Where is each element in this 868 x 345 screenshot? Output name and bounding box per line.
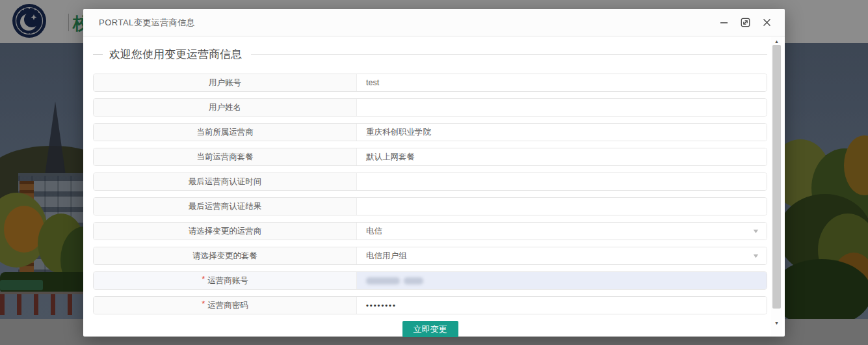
field-value: test (366, 78, 379, 87)
section-title: 欢迎您使用变更运营商信息 (109, 47, 242, 62)
field-value-cell: ▼ (357, 99, 767, 116)
submit-row: 立即变更 (93, 321, 767, 337)
field-label-cell: * 当前所属运营商 (94, 124, 357, 141)
field-value-cell[interactable]: 电信 ▼ (357, 223, 767, 240)
field-label-cell: * 当前运营商套餐 (94, 148, 357, 165)
field-label: 用户姓名 (209, 102, 241, 113)
portal-change-isp-dialog: PORTAL变更运营商信息 (83, 9, 785, 337)
field-value-cell: ▼ (357, 173, 767, 190)
field-value: 默认上网套餐 (366, 152, 415, 163)
field-value-cell: test ▼ (357, 74, 767, 91)
field-label: 最后运营商认证时间 (189, 176, 262, 187)
field-label-cell: * 运营商账号 (94, 272, 357, 289)
scroll-down-icon[interactable]: ▼ (771, 321, 782, 326)
field-value-cell: ▼ (357, 198, 767, 215)
field-label-cell: * 运营商密码 (94, 297, 357, 314)
maximize-icon (741, 18, 750, 27)
close-button[interactable] (760, 16, 773, 29)
field-label: 请选择变更的运营商 (189, 226, 262, 237)
decorative-dash (93, 54, 103, 55)
field-value-cell[interactable]: ▼ (357, 272, 767, 289)
form-row: * 当前所属运营商 重庆科创职业学院 ▼ (93, 123, 767, 141)
scrollbar-thumb[interactable] (772, 45, 781, 309)
field-label-cell: * 请选择变更的运营商 (94, 223, 357, 240)
section-header: 欢迎您使用变更运营商信息 (93, 45, 767, 63)
field-label: 当前所属运营商 (196, 127, 254, 138)
form-row: * 用户姓名 ▼ (93, 98, 767, 117)
minimize-icon (719, 18, 729, 27)
dialog-titlebar: PORTAL变更运营商信息 (83, 9, 785, 36)
submit-change-button[interactable]: 立即变更 (402, 321, 458, 337)
decorative-rule (251, 54, 767, 55)
field-value-cell[interactable]: •••••••• ▼ (357, 297, 767, 314)
form-row: * 运营商密码 •••••••• ▼ (93, 296, 767, 314)
required-asterisk: * (202, 301, 205, 307)
field-value: 电信 (366, 226, 382, 237)
field-label-cell: * 用户姓名 (94, 99, 357, 116)
field-value: 电信用户组 (366, 251, 407, 262)
required-asterisk: * (202, 276, 205, 283)
field-label: 当前运营商套餐 (196, 152, 254, 163)
form-row: * 请选择变更的套餐 电信用户组 ▼ (93, 247, 767, 265)
field-label: 运营商密码 (207, 300, 248, 311)
field-value: 重庆科创职业学院 (366, 127, 431, 138)
close-icon (762, 18, 772, 27)
field-label-cell: * 最后运营商认证时间 (94, 173, 357, 190)
chevron-down-icon: ▼ (752, 253, 759, 259)
scroll-up-icon[interactable]: ▲ (771, 39, 782, 44)
form-row: * 最后运营商认证时间 ▼ (93, 172, 767, 191)
field-label: 最后运营商认证结果 (189, 201, 262, 212)
field-label: 运营商账号 (207, 275, 248, 286)
maximize-button[interactable] (739, 16, 752, 29)
field-label: 用户账号 (209, 77, 241, 89)
field-label-cell: * 用户账号 (94, 74, 357, 91)
minimize-button[interactable] (717, 16, 730, 29)
window-controls (717, 16, 773, 29)
form-row: * 用户账号 test ▼ (93, 74, 767, 92)
dialog-title: PORTAL变更运营商信息 (99, 17, 195, 29)
dialog-scrollbar[interactable]: ▲ ▼ (771, 37, 782, 336)
redacted-value-blur (366, 277, 423, 284)
form-row: * 请选择变更的运营商 电信 ▼ (93, 222, 767, 240)
page: 校 PORTAL变更运营 (0, 0, 868, 345)
form-row: * 当前运营商套餐 默认上网套餐 ▼ (93, 148, 767, 166)
dialog-body: 欢迎您使用变更运营商信息 * 用户账号 test ▼ * 用户姓名 ▼ * 当前… (83, 45, 785, 344)
field-value-cell: 重庆科创职业学院 ▼ (357, 124, 767, 141)
field-label-cell: * 请选择变更的套餐 (94, 247, 357, 264)
field-value-cell[interactable]: 电信用户组 ▼ (357, 247, 767, 264)
form-rows: * 用户账号 test ▼ * 用户姓名 ▼ * 当前所属运营商 重庆科创职业学… (93, 74, 767, 314)
field-label: 请选择变更的套餐 (192, 251, 257, 262)
chevron-down-icon: ▼ (752, 228, 759, 234)
form-row: * 最后运营商认证结果 ▼ (93, 197, 767, 215)
field-value: •••••••• (366, 301, 397, 309)
field-value-cell: 默认上网套餐 ▼ (357, 148, 767, 165)
field-label-cell: * 最后运营商认证结果 (94, 198, 357, 215)
form-row: * 运营商账号 ▼ (93, 271, 767, 290)
